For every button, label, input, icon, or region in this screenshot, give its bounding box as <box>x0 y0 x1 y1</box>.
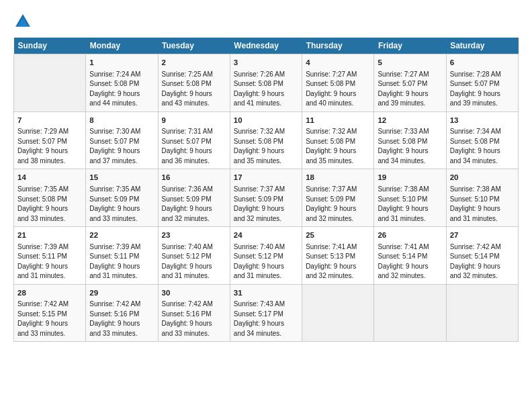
week-row-4: 21Sunrise: 7:39 AMSunset: 5:11 PMDayligh… <box>14 227 519 285</box>
day-info: Daylight: 9 hours <box>17 146 82 156</box>
day-info: Sunset: 5:14 PM <box>378 252 442 262</box>
day-number: 11 <box>306 115 370 126</box>
day-number: 13 <box>450 115 515 126</box>
day-info: Sunset: 5:09 PM <box>89 195 154 205</box>
day-number: 28 <box>17 287 82 299</box>
day-number: 25 <box>306 230 370 241</box>
day-info: Daylight: 9 hours <box>89 89 154 99</box>
calendar-table: SundayMondayTuesdayWednesdayThursdayFrid… <box>13 38 519 342</box>
day-info: and 44 minutes. <box>89 99 154 109</box>
day-info: Daylight: 9 hours <box>89 319 154 329</box>
day-info: Sunrise: 7:42 AM <box>89 300 154 310</box>
day-number: 26 <box>378 230 442 241</box>
day-info: and 33 minutes. <box>89 214 154 224</box>
day-info: Sunset: 5:14 PM <box>450 252 515 262</box>
day-info: and 33 minutes. <box>162 329 226 339</box>
day-info: Sunrise: 7:42 AM <box>450 242 515 253</box>
day-info: Daylight: 9 hours <box>378 89 442 99</box>
day-info: Sunset: 5:09 PM <box>306 195 370 205</box>
calendar-cell: 16Sunrise: 7:36 AMSunset: 5:09 PMDayligh… <box>158 169 230 227</box>
day-info: Sunrise: 7:31 AM <box>162 127 226 137</box>
day-info: and 32 minutes. <box>450 271 515 281</box>
calendar-cell: 24Sunrise: 7:40 AMSunset: 5:12 PMDayligh… <box>230 227 302 285</box>
day-info: and 33 minutes. <box>17 329 82 339</box>
day-info: Sunset: 5:10 PM <box>378 195 442 205</box>
day-info: and 39 minutes. <box>450 99 515 109</box>
day-info: Daylight: 9 hours <box>234 319 298 329</box>
day-number: 19 <box>378 172 442 183</box>
day-info: Daylight: 9 hours <box>89 204 154 214</box>
day-info: Sunrise: 7:30 AM <box>89 127 154 137</box>
day-number: 7 <box>17 115 82 126</box>
day-info: Sunset: 5:07 PM <box>162 137 226 147</box>
day-info: Daylight: 9 hours <box>89 262 154 272</box>
day-info: Sunrise: 7:33 AM <box>378 127 442 137</box>
header-thursday: Thursday <box>302 38 374 54</box>
day-info: Sunset: 5:12 PM <box>162 252 226 262</box>
day-info: Sunrise: 7:32 AM <box>306 127 370 137</box>
day-info: Sunrise: 7:32 AM <box>234 127 298 137</box>
day-info: Sunset: 5:07 PM <box>89 137 154 147</box>
day-info: Sunrise: 7:42 AM <box>17 300 82 310</box>
day-info: Daylight: 9 hours <box>450 89 515 99</box>
day-info: Daylight: 9 hours <box>450 146 515 156</box>
day-info: Sunrise: 7:40 AM <box>234 242 298 253</box>
day-info: Sunrise: 7:36 AM <box>162 185 226 195</box>
day-info: Daylight: 9 hours <box>378 204 442 214</box>
day-info: and 41 minutes. <box>234 99 298 109</box>
day-info: Sunset: 5:12 PM <box>234 252 298 262</box>
day-info: and 36 minutes. <box>162 156 226 167</box>
day-info: and 33 minutes. <box>89 329 154 339</box>
calendar-cell: 25Sunrise: 7:41 AMSunset: 5:13 PMDayligh… <box>302 227 374 285</box>
day-info: Sunrise: 7:29 AM <box>17 127 82 137</box>
calendar-cell: 12Sunrise: 7:33 AMSunset: 5:08 PMDayligh… <box>374 111 446 169</box>
day-info: Daylight: 9 hours <box>306 262 370 272</box>
day-info: and 31 minutes. <box>234 271 298 281</box>
day-info: Sunset: 5:11 PM <box>17 252 82 262</box>
day-info: and 31 minutes. <box>89 271 154 281</box>
day-info: Daylight: 9 hours <box>162 319 226 329</box>
day-info: Sunrise: 7:24 AM <box>89 70 154 80</box>
day-info: Sunrise: 7:35 AM <box>17 185 82 195</box>
day-info: and 32 minutes. <box>162 214 226 224</box>
day-info: Sunrise: 7:37 AM <box>234 185 298 195</box>
calendar-header-row: SundayMondayTuesdayWednesdayThursdayFrid… <box>14 38 519 54</box>
day-info: and 34 minutes. <box>378 156 442 167</box>
header-wednesday: Wednesday <box>230 38 302 54</box>
day-info: Sunrise: 7:35 AM <box>89 185 154 195</box>
week-row-2: 7Sunrise: 7:29 AMSunset: 5:07 PMDaylight… <box>14 111 519 169</box>
day-number: 31 <box>234 287 298 299</box>
day-info: Sunrise: 7:38 AM <box>450 185 515 195</box>
day-number: 21 <box>17 230 82 241</box>
day-number: 20 <box>450 172 515 183</box>
day-info: and 35 minutes. <box>234 156 298 167</box>
day-info: Daylight: 9 hours <box>306 146 370 156</box>
day-info: Daylight: 9 hours <box>17 319 82 329</box>
calendar-cell: 1Sunrise: 7:24 AMSunset: 5:08 PMDaylight… <box>86 54 158 112</box>
calendar-cell: 6Sunrise: 7:28 AMSunset: 5:07 PMDaylight… <box>446 54 518 112</box>
day-info: Daylight: 9 hours <box>17 204 82 214</box>
day-info: and 34 minutes. <box>450 156 515 167</box>
day-info: and 32 minutes. <box>234 214 298 224</box>
day-info: Sunset: 5:09 PM <box>234 195 298 205</box>
day-info: Sunrise: 7:37 AM <box>306 185 370 195</box>
day-info: and 32 minutes. <box>306 271 370 281</box>
header-saturday: Saturday <box>446 38 518 54</box>
day-info: Daylight: 9 hours <box>89 146 154 156</box>
day-info: Sunrise: 7:40 AM <box>162 242 226 253</box>
day-info: Sunset: 5:13 PM <box>306 252 370 262</box>
day-number: 15 <box>89 172 154 183</box>
day-info: Sunrise: 7:39 AM <box>17 242 82 253</box>
day-info: Sunset: 5:11 PM <box>89 252 154 262</box>
day-info: Daylight: 9 hours <box>378 262 442 272</box>
header-sunday: Sunday <box>14 38 86 54</box>
day-info: Sunrise: 7:38 AM <box>378 185 442 195</box>
calendar-cell <box>374 284 446 342</box>
calendar-cell: 31Sunrise: 7:43 AMSunset: 5:17 PMDayligh… <box>230 284 302 342</box>
day-number: 22 <box>89 230 154 241</box>
day-number: 27 <box>450 230 515 241</box>
day-info: Sunrise: 7:42 AM <box>162 300 226 310</box>
calendar-cell: 17Sunrise: 7:37 AMSunset: 5:09 PMDayligh… <box>230 169 302 227</box>
day-number: 9 <box>162 115 226 126</box>
calendar-cell: 28Sunrise: 7:42 AMSunset: 5:15 PMDayligh… <box>14 284 86 342</box>
